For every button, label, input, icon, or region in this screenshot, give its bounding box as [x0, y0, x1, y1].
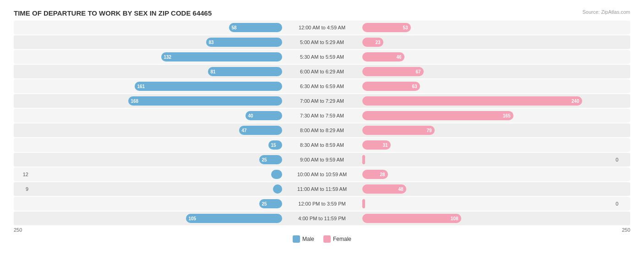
- table-row: 158:30 AM to 8:59 AM31: [14, 138, 630, 152]
- bottom-axis: 250 250: [14, 227, 630, 233]
- table-row: 5812:00 AM to 4:59 AM53: [14, 21, 630, 34]
- table-row: 2512:00 PM to 3:59 PM0: [14, 197, 630, 211]
- source-label: Source: ZipAtlas.com: [582, 9, 630, 15]
- chart-container: TIME OF DEPARTURE TO WORK BY SEX IN ZIP …: [0, 0, 644, 273]
- time-label: 6:30 AM to 6:59 AM: [282, 84, 362, 89]
- time-label: 7:00 AM to 7:29 AM: [282, 98, 362, 104]
- legend-male: Male: [293, 235, 314, 243]
- legend-female-label: Female: [333, 236, 351, 242]
- time-label: 6:00 AM to 6:29 AM: [282, 69, 362, 74]
- chart-title: TIME OF DEPARTURE TO WORK BY SEX IN ZIP …: [14, 9, 630, 17]
- time-label: 10:00 AM to 10:59 AM: [282, 172, 362, 177]
- time-label: 5:00 AM to 5:29 AM: [282, 39, 362, 45]
- time-label: 7:30 AM to 7:59 AM: [282, 113, 362, 118]
- time-label: 12:00 AM to 4:59 AM: [282, 25, 362, 30]
- time-label: 9:00 AM to 9:59 AM: [282, 157, 362, 162]
- table-row: 911:00 AM to 11:59 AM48: [14, 182, 630, 196]
- axis-right: 250: [622, 227, 630, 233]
- table-row: 407:30 AM to 7:59 AM165: [14, 109, 630, 123]
- time-label: 8:30 AM to 8:59 AM: [282, 142, 362, 148]
- table-row: 835:00 AM to 5:29 AM23: [14, 35, 630, 49]
- time-label: 5:30 AM to 5:59 AM: [282, 54, 362, 60]
- legend-female-box: [323, 235, 331, 243]
- table-row: 1687:00 AM to 7:29 AM240: [14, 94, 630, 108]
- table-row: 1325:30 AM to 5:59 AM46: [14, 50, 630, 64]
- table-row: 1616:30 AM to 6:59 AM63: [14, 79, 630, 93]
- legend-female: Female: [323, 235, 351, 243]
- legend: Male Female: [14, 235, 630, 243]
- time-label: 12:00 PM to 3:59 PM: [282, 201, 362, 206]
- table-row: 1210:00 AM to 10:59 AM28: [14, 167, 630, 181]
- table-row: 259:00 AM to 9:59 AM0: [14, 153, 630, 167]
- time-label: 11:00 AM to 11:59 AM: [282, 186, 362, 192]
- legend-male-label: Male: [302, 236, 314, 242]
- chart-area: 5812:00 AM to 4:59 AM53835:00 AM to 5:29…: [14, 21, 630, 225]
- axis-left: 250: [14, 227, 22, 233]
- table-row: 1054:00 PM to 11:59 PM108: [14, 212, 630, 225]
- time-label: 4:00 PM to 11:59 PM: [282, 216, 362, 221]
- time-label: 8:00 AM to 8:29 AM: [282, 128, 362, 133]
- legend-male-box: [293, 235, 300, 243]
- table-row: 478:00 AM to 8:29 AM79: [14, 123, 630, 137]
- table-row: 816:00 AM to 6:29 AM67: [14, 65, 630, 78]
